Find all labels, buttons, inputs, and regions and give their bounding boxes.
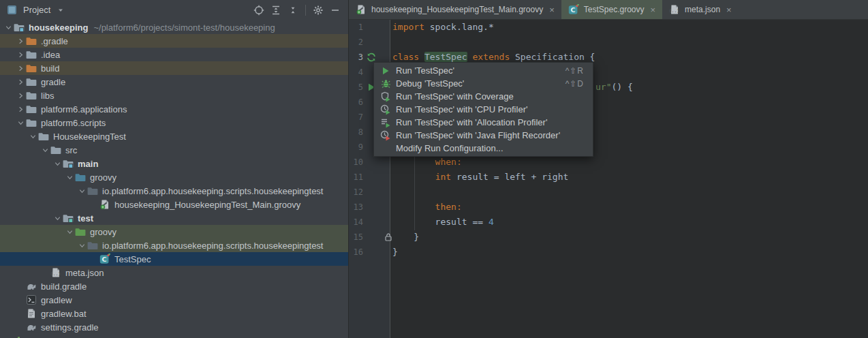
chevron-expanded-icon[interactable] — [15, 117, 26, 128]
settings-gear-icon[interactable] — [311, 3, 325, 17]
tree-item-housekeeping[interactable]: housekeeping~/platform6/projects/simont-… — [0, 20, 348, 34]
tree-item-platform6-applications[interactable]: platform6.applications — [0, 102, 348, 116]
project-panel-title[interactable]: Project — [23, 5, 50, 15]
chevron-placeholder — [15, 294, 26, 305]
tree-item-build[interactable]: build — [0, 61, 348, 75]
tree-item-platform6-scripts[interactable]: platform6.scripts — [0, 116, 348, 129]
code-token — [419, 52, 424, 62]
tree-item-main[interactable]: main — [0, 157, 348, 170]
menu-item-run-testspec-with-allocation-profiler[interactable]: Run 'TestSpec' with 'Allocation Profiler… — [374, 116, 593, 129]
tree-item-meta-json[interactable]: {..}meta.json — [0, 266, 348, 279]
code-line-1[interactable]: import spock.lang.* — [349, 20, 868, 35]
chevron-collapsed-icon[interactable] — [15, 76, 26, 87]
code-line-13[interactable]: then: — [349, 200, 868, 215]
tree-item-src[interactable]: src — [0, 143, 348, 157]
menu-item-run-testspec-with-java-flight-recorder[interactable]: Run 'TestSpec' with 'Java Flight Recorde… — [374, 129, 593, 142]
menu-item-label: Debug 'TestSpec' — [396, 78, 464, 89]
chevron-expanded-icon[interactable] — [52, 158, 63, 169]
code-line-16[interactable]: } — [349, 245, 868, 260]
expand-all-icon[interactable] — [269, 3, 283, 17]
tree-item-label: src — [65, 145, 77, 155]
line-number: 10 — [349, 157, 363, 167]
tree-item-gradle[interactable]: .gradle — [0, 34, 348, 48]
tree-item-housekeeping-housekeepingtest-main-groov[interactable]: housekeeping_HousekeepingTest_Main.groov… — [0, 198, 348, 211]
chevron-placeholder — [15, 308, 26, 319]
tree-item-groovy[interactable]: groovy — [0, 225, 348, 239]
tree-item-gradle[interactable]: gradle — [0, 75, 348, 89]
tree-item-settings-gradle[interactable]: settings.gradle — [0, 320, 348, 334]
chevron-collapsed-icon[interactable] — [15, 90, 26, 101]
code-line-11[interactable]: int result = left + right — [349, 170, 868, 185]
tree-item-build-gradle[interactable]: build.gradle — [0, 279, 348, 293]
menu-item-shortcut: ^⇧D — [565, 79, 584, 89]
folder-src-main-icon — [63, 158, 74, 169]
tree-item-label: platform6.scripts — [41, 118, 106, 128]
chevron-expanded-icon[interactable] — [3, 22, 14, 33]
chevron-collapsed-icon[interactable] — [15, 49, 26, 60]
tree-item-gradlew[interactable]: gradlew — [0, 293, 348, 307]
tree-item-label: meta.json — [65, 268, 104, 278]
menu-item-run-testspec[interactable]: Run 'TestSpec'^⇧R — [374, 64, 593, 77]
tree-item-idea[interactable]: .idea — [0, 48, 348, 61]
chevron-down-icon[interactable] — [54, 3, 67, 17]
tree-item-housekeepingtest[interactable]: HousekeepingTest — [0, 129, 348, 143]
close-tab-icon[interactable]: × — [726, 5, 732, 14]
line-number: 8 — [349, 127, 363, 137]
menu-item-run-testspec-with-coverage[interactable]: Run 'TestSpec' with Coverage — [374, 90, 593, 103]
editor-tab-housekeeping-housekeepingtest-main-groov[interactable]: housekeeping_HousekeepingTest_Main.groov… — [349, 0, 561, 19]
tree-item-libs[interactable]: libs — [0, 89, 348, 102]
tree-item-io-platform6-app-housekeeping-scripts-ho[interactable]: io.platform6.app.housekeeping.scripts.ho… — [0, 184, 348, 198]
chevron-placeholder — [89, 199, 99, 210]
chevron-expanded-icon[interactable] — [27, 131, 38, 142]
tree-item-test[interactable]: test — [0, 211, 348, 225]
chevron-collapsed-icon[interactable] — [15, 63, 26, 74]
editor-tab-testspec-groovy[interactable]: CTestSpec.groovy× — [561, 0, 662, 19]
tree-item-label: io.platform6.app.housekeeping.scripts.ho… — [102, 241, 324, 251]
collapse-all-icon[interactable] — [286, 3, 300, 17]
editor-area: housekeeping_HousekeepingTest_Main.groov… — [348, 0, 868, 338]
code-token: } — [392, 232, 419, 242]
code-line-10[interactable]: when: — [349, 155, 868, 170]
run-class-gutter-icon[interactable] — [366, 52, 377, 63]
chevron-expanded-icon[interactable] — [64, 172, 75, 183]
chevron-expanded-icon[interactable] — [64, 226, 75, 237]
tree-item-groovy[interactable]: groovy — [0, 170, 348, 184]
menu-item-modify-run-configuration[interactable]: Modify Run Configuration... — [374, 142, 593, 155]
package-icon — [87, 185, 98, 196]
chevron-collapsed-icon[interactable] — [15, 104, 26, 114]
code-token: extends — [472, 52, 510, 62]
tree-item-io-platform6-app-housekeeping-scripts-ho[interactable]: io.platform6.app.housekeeping.scripts.ho… — [0, 239, 348, 252]
chevron-collapsed-icon[interactable] — [3, 335, 14, 338]
project-view-icon — [5, 3, 18, 17]
code-line-12[interactable] — [349, 185, 868, 200]
line-number: 4 — [349, 67, 363, 77]
menu-item-run-testspec-with-cpu-profiler[interactable]: Run 'TestSpec' with 'CPU Profiler' — [374, 103, 593, 116]
chevron-collapsed-icon[interactable] — [15, 35, 26, 46]
menu-item-debug-testspec[interactable]: Debug 'TestSpec'^⇧D — [374, 77, 593, 90]
folder-excluded-icon — [26, 35, 37, 46]
code-line-15[interactable]: } — [349, 230, 868, 245]
gutter-line-11: 11 — [349, 170, 390, 185]
chevron-expanded-icon[interactable] — [76, 185, 87, 196]
profiler-cpu-icon — [380, 104, 391, 115]
tree-item-testspec[interactable]: CTestSpec — [0, 252, 348, 266]
chevron-expanded-icon[interactable] — [40, 144, 50, 155]
close-tab-icon[interactable]: × — [650, 5, 655, 14]
line-number: 7 — [349, 112, 363, 122]
code-token: class — [392, 52, 419, 62]
line-number: 5 — [349, 82, 363, 92]
code-line-14[interactable]: result == 4 — [349, 215, 868, 230]
tree-item-external-libraries[interactable]: External Libraries — [0, 334, 348, 338]
console-file-icon — [26, 294, 37, 305]
chevron-expanded-icon[interactable] — [76, 240, 87, 251]
code-token: } — [392, 247, 398, 257]
locate-file-icon[interactable] — [252, 3, 266, 17]
hide-panel-icon[interactable] — [328, 3, 342, 17]
tree-item-gradlew-bat[interactable]: gradlew.bat — [0, 307, 348, 320]
menu-item-label: Run 'TestSpec' with 'Java Flight Recorde… — [396, 130, 560, 140]
editor-tab-meta-json[interactable]: {..}meta.json× — [662, 0, 739, 19]
code-line-2[interactable] — [349, 35, 868, 50]
scope-end-gutter-icon — [384, 232, 394, 243]
chevron-expanded-icon[interactable] — [52, 213, 63, 224]
close-tab-icon[interactable]: × — [549, 5, 555, 14]
